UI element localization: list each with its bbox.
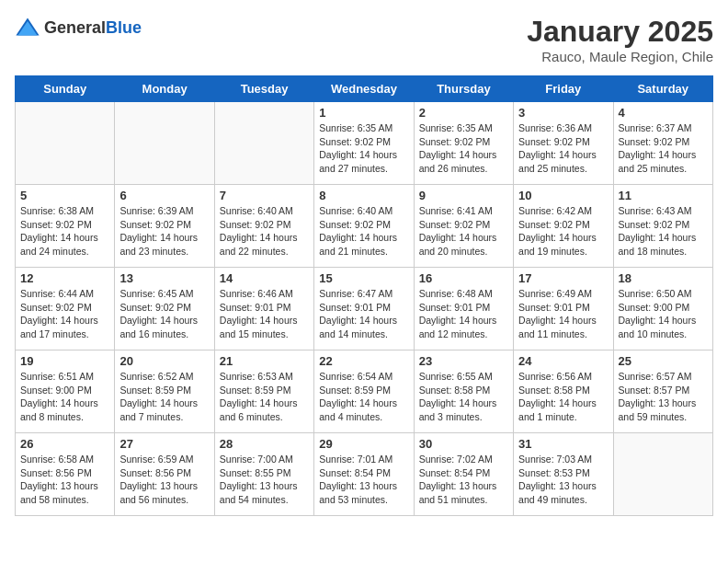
day-info: Sunrise: 6:49 AM Sunset: 9:01 PM Dayligh… xyxy=(518,287,608,341)
calendar-cell: 7Sunrise: 6:40 AM Sunset: 9:02 PM Daylig… xyxy=(214,185,313,268)
logo: GeneralBlue xyxy=(15,15,142,40)
day-number: 19 xyxy=(20,354,109,368)
day-number: 27 xyxy=(119,437,209,451)
day-info: Sunrise: 6:58 AM Sunset: 8:56 PM Dayligh… xyxy=(20,453,109,507)
day-info: Sunrise: 6:43 AM Sunset: 9:02 PM Dayligh… xyxy=(619,204,708,259)
calendar-cell: 9Sunrise: 6:41 AM Sunset: 9:02 PM Daylig… xyxy=(414,185,513,268)
calendar-cell: 24Sunrise: 6:56 AM Sunset: 8:58 PM Dayli… xyxy=(514,350,613,433)
day-info: Sunrise: 6:52 AM Sunset: 8:59 PM Dayligh… xyxy=(119,370,209,424)
day-info: Sunrise: 6:41 AM Sunset: 9:02 PM Dayligh… xyxy=(419,204,508,259)
day-info: Sunrise: 6:35 AM Sunset: 9:02 PM Dayligh… xyxy=(319,121,408,176)
calendar-cell: 10Sunrise: 6:42 AM Sunset: 9:02 PM Dayli… xyxy=(514,185,613,268)
day-number: 26 xyxy=(20,437,109,451)
logo-general: General xyxy=(44,18,106,37)
calendar-cell: 25Sunrise: 6:57 AM Sunset: 8:57 PM Dayli… xyxy=(613,350,712,433)
day-info: Sunrise: 6:37 AM Sunset: 9:02 PM Dayligh… xyxy=(619,121,708,176)
day-number: 31 xyxy=(518,437,608,451)
day-info: Sunrise: 7:01 AM Sunset: 8:54 PM Dayligh… xyxy=(319,453,408,507)
day-number: 16 xyxy=(419,271,508,285)
day-info: Sunrise: 6:46 AM Sunset: 9:01 PM Dayligh… xyxy=(220,287,309,341)
day-number: 7 xyxy=(220,189,309,202)
day-info: Sunrise: 6:36 AM Sunset: 9:02 PM Dayligh… xyxy=(518,121,608,176)
day-of-week-header: Friday xyxy=(514,76,613,102)
calendar-cell: 16Sunrise: 6:48 AM Sunset: 9:01 PM Dayli… xyxy=(414,268,513,350)
day-info: Sunrise: 6:39 AM Sunset: 9:02 PM Dayligh… xyxy=(119,204,209,259)
day-number: 17 xyxy=(518,271,608,285)
day-number: 21 xyxy=(220,354,309,368)
calendar-title: January 2025 xyxy=(527,15,713,49)
day-info: Sunrise: 6:50 AM Sunset: 9:00 PM Dayligh… xyxy=(619,287,708,341)
day-number: 29 xyxy=(319,437,408,451)
calendar-cell: 4Sunrise: 6:37 AM Sunset: 9:02 PM Daylig… xyxy=(613,102,712,185)
day-info: Sunrise: 6:40 AM Sunset: 9:02 PM Dayligh… xyxy=(220,204,309,259)
week-row: 5Sunrise: 6:38 AM Sunset: 9:02 PM Daylig… xyxy=(16,185,713,268)
day-of-week-header: Sunday xyxy=(16,76,115,102)
day-number: 3 xyxy=(518,106,608,120)
calendar-cell: 5Sunrise: 6:38 AM Sunset: 9:02 PM Daylig… xyxy=(16,185,115,268)
day-number: 15 xyxy=(319,271,408,285)
calendar-cell: 8Sunrise: 6:40 AM Sunset: 9:02 PM Daylig… xyxy=(314,185,414,268)
day-number: 4 xyxy=(619,106,708,120)
calendar-cell xyxy=(16,102,115,185)
calendar-cell: 21Sunrise: 6:53 AM Sunset: 8:59 PM Dayli… xyxy=(214,350,313,433)
day-number: 8 xyxy=(319,189,408,202)
day-of-week-header: Wednesday xyxy=(314,76,414,102)
calendar-cell: 12Sunrise: 6:44 AM Sunset: 9:02 PM Dayli… xyxy=(16,268,115,350)
calendar-table: SundayMondayTuesdayWednesdayThursdayFrid… xyxy=(15,75,713,516)
calendar-cell: 23Sunrise: 6:55 AM Sunset: 8:58 PM Dayli… xyxy=(414,350,513,433)
week-row: 26Sunrise: 6:58 AM Sunset: 8:56 PM Dayli… xyxy=(16,433,713,516)
calendar-cell xyxy=(214,102,313,185)
day-info: Sunrise: 7:02 AM Sunset: 8:54 PM Dayligh… xyxy=(419,453,508,507)
calendar-cell: 11Sunrise: 6:43 AM Sunset: 9:02 PM Dayli… xyxy=(613,185,712,268)
calendar-cell: 6Sunrise: 6:39 AM Sunset: 9:02 PM Daylig… xyxy=(115,185,214,268)
day-info: Sunrise: 6:53 AM Sunset: 8:59 PM Dayligh… xyxy=(220,370,309,424)
calendar-cell xyxy=(613,433,712,516)
title-block: January 2025 Rauco, Maule Region, Chile xyxy=(527,15,713,64)
day-of-week-header: Monday xyxy=(115,76,214,102)
day-number: 1 xyxy=(319,106,408,120)
day-number: 24 xyxy=(518,354,608,368)
day-number: 2 xyxy=(419,106,508,120)
calendar-cell: 13Sunrise: 6:45 AM Sunset: 9:02 PM Dayli… xyxy=(115,268,214,350)
calendar-cell: 18Sunrise: 6:50 AM Sunset: 9:00 PM Dayli… xyxy=(613,268,712,350)
calendar-cell: 15Sunrise: 6:47 AM Sunset: 9:01 PM Dayli… xyxy=(314,268,414,350)
day-number: 23 xyxy=(419,354,508,368)
day-info: Sunrise: 6:45 AM Sunset: 9:02 PM Dayligh… xyxy=(119,287,209,341)
week-row: 12Sunrise: 6:44 AM Sunset: 9:02 PM Dayli… xyxy=(16,268,713,350)
day-info: Sunrise: 7:03 AM Sunset: 8:53 PM Dayligh… xyxy=(518,453,608,507)
day-of-week-header: Saturday xyxy=(613,76,712,102)
day-number: 22 xyxy=(319,354,408,368)
day-info: Sunrise: 6:54 AM Sunset: 8:59 PM Dayligh… xyxy=(319,370,408,424)
calendar-cell: 29Sunrise: 7:01 AM Sunset: 8:54 PM Dayli… xyxy=(314,433,414,516)
day-info: Sunrise: 6:42 AM Sunset: 9:02 PM Dayligh… xyxy=(518,204,608,259)
day-number: 25 xyxy=(619,354,708,368)
day-number: 11 xyxy=(619,189,708,202)
day-number: 28 xyxy=(220,437,309,451)
day-info: Sunrise: 6:55 AM Sunset: 8:58 PM Dayligh… xyxy=(419,370,508,424)
day-number: 20 xyxy=(119,354,209,368)
calendar-cell: 1Sunrise: 6:35 AM Sunset: 9:02 PM Daylig… xyxy=(314,102,414,185)
week-row: 19Sunrise: 6:51 AM Sunset: 9:00 PM Dayli… xyxy=(16,350,713,433)
day-number: 10 xyxy=(518,189,608,202)
calendar-cell: 2Sunrise: 6:35 AM Sunset: 9:02 PM Daylig… xyxy=(414,102,513,185)
day-number: 6 xyxy=(119,189,209,202)
calendar-cell: 31Sunrise: 7:03 AM Sunset: 8:53 PM Dayli… xyxy=(514,433,613,516)
calendar-cell xyxy=(115,102,214,185)
page-header: GeneralBlue January 2025 Rauco, Maule Re… xyxy=(15,15,713,64)
day-number: 5 xyxy=(20,189,109,202)
day-number: 18 xyxy=(619,271,708,285)
calendar-cell: 30Sunrise: 7:02 AM Sunset: 8:54 PM Dayli… xyxy=(414,433,513,516)
logo-blue: Blue xyxy=(106,18,142,37)
day-info: Sunrise: 6:38 AM Sunset: 9:02 PM Dayligh… xyxy=(20,204,109,259)
calendar-cell: 3Sunrise: 6:36 AM Sunset: 9:02 PM Daylig… xyxy=(514,102,613,185)
day-info: Sunrise: 6:44 AM Sunset: 9:02 PM Dayligh… xyxy=(20,287,109,341)
day-info: Sunrise: 6:35 AM Sunset: 9:02 PM Dayligh… xyxy=(419,121,508,176)
day-info: Sunrise: 6:57 AM Sunset: 8:57 PM Dayligh… xyxy=(619,370,708,424)
calendar-cell: 20Sunrise: 6:52 AM Sunset: 8:59 PM Dayli… xyxy=(115,350,214,433)
calendar-subtitle: Rauco, Maule Region, Chile xyxy=(527,49,713,64)
calendar-cell: 27Sunrise: 6:59 AM Sunset: 8:56 PM Dayli… xyxy=(115,433,214,516)
day-info: Sunrise: 6:59 AM Sunset: 8:56 PM Dayligh… xyxy=(119,453,209,507)
day-number: 14 xyxy=(220,271,309,285)
day-number: 9 xyxy=(419,189,508,202)
calendar-cell: 28Sunrise: 7:00 AM Sunset: 8:55 PM Dayli… xyxy=(214,433,313,516)
